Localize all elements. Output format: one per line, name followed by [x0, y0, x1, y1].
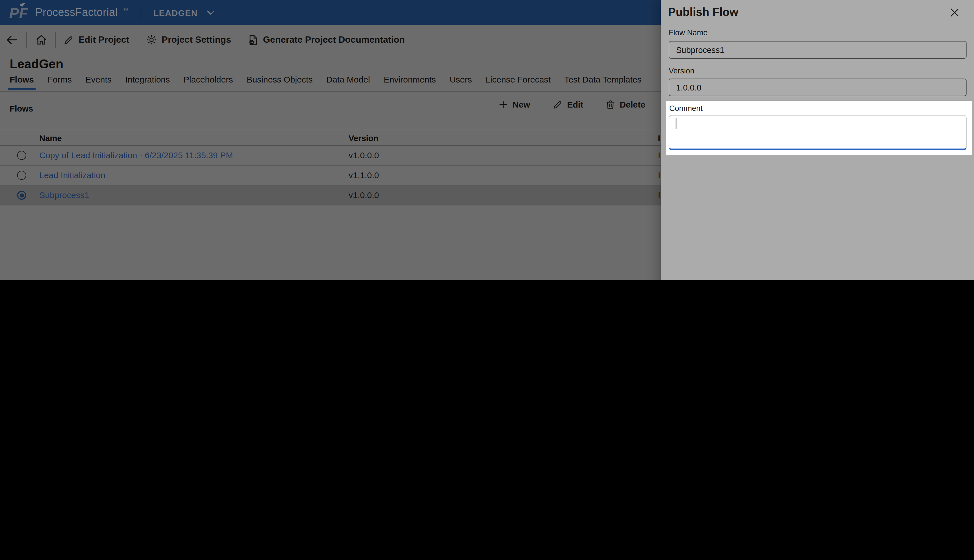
text-cursor [675, 118, 677, 129]
comment-label: Comment [669, 104, 703, 113]
screen: PF ProcessFactorial ™ LEADGEN Edit Proje… [0, 0, 974, 280]
comment-spotlight-card: Comment [666, 101, 972, 155]
comment-field[interactable] [669, 115, 967, 150]
